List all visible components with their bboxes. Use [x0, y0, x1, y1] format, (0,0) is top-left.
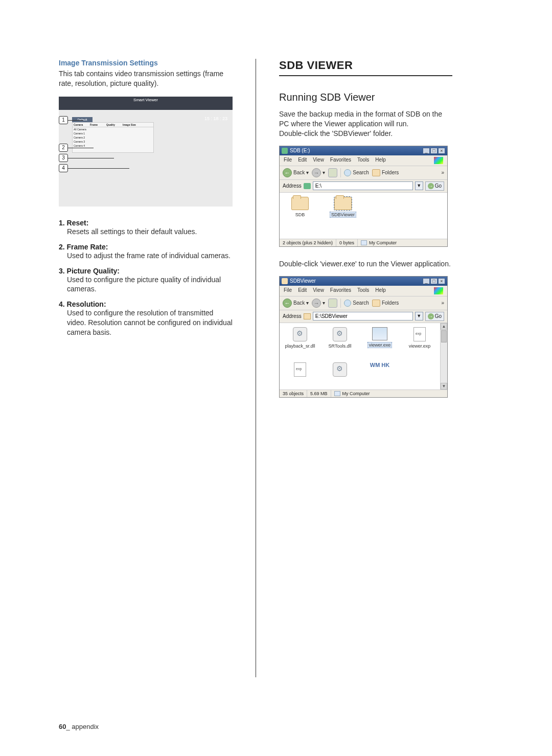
page-footer: 60_ appendix	[59, 723, 99, 730]
folder-sdb[interactable]: SDB	[285, 197, 315, 217]
folder-icon	[291, 197, 309, 210]
paragraph-doubleclick-exe: Double-click 'viewer.exe' to run the Vie…	[279, 259, 452, 269]
minimize-button[interactable]: _	[423, 148, 430, 154]
menu-edit[interactable]: Edit	[298, 287, 307, 294]
drive-icon-small	[304, 183, 311, 189]
file-wmhk[interactable]: WM HK	[364, 362, 395, 368]
file-label: SRTools.dll	[329, 343, 352, 349]
folder-icon	[282, 278, 288, 284]
col-quality: Quality	[106, 123, 122, 126]
callout-3: 3	[59, 154, 68, 162]
menu-tools[interactable]: Tools	[357, 287, 369, 294]
menu-tools[interactable]: Tools	[357, 157, 369, 164]
item-framerate-body: Used to adjust the frame rate of individ…	[59, 251, 233, 261]
heading-running-sdb-viewer: Running SDB Viewer	[279, 91, 452, 103]
maximize-button[interactable]: □	[430, 148, 438, 154]
address-dropdown[interactable]: ▼	[415, 312, 423, 320]
col-frame: Frame	[90, 123, 105, 126]
heading-sdb-viewer: SDB VIEWER	[279, 59, 452, 72]
footer-label: _ appendix	[66, 723, 99, 730]
file-viewer-exp[interactable]: viewer.exp	[404, 327, 435, 349]
status-objects: 35 objects	[280, 390, 307, 397]
file-srtools-dll[interactable]: SRTools.dll	[325, 327, 355, 349]
file-label: viewer.exp	[409, 343, 431, 349]
address-input[interactable]	[313, 312, 413, 320]
back-button[interactable]: ←Back ▾	[283, 168, 309, 177]
paragraph-save-backup: Save the backup media in the format of S…	[279, 109, 452, 129]
scroll-up-icon[interactable]: ▲	[441, 323, 447, 330]
smartviewer-grid: Camera Frame Quality Image Size All Came…	[72, 122, 154, 153]
status-size: 0 bytes	[336, 239, 358, 246]
toolbar-overflow-icon[interactable]: »	[441, 170, 444, 175]
exp-icon	[413, 327, 426, 341]
callout-2: 2	[59, 144, 68, 152]
forward-button[interactable]: → ▾	[312, 299, 325, 308]
file-row2-b[interactable]	[325, 362, 355, 379]
status-location: My Computer	[358, 239, 447, 246]
heading-underline	[279, 75, 452, 76]
menu-help[interactable]: Help	[375, 287, 386, 294]
folder-sdbviewer[interactable]: SDBViewer	[328, 197, 358, 217]
figure-smart-viewer: Smart Viewer 15 : 18 : 23 Default Camera…	[59, 97, 233, 207]
folder-icon-small	[304, 313, 311, 319]
row-cam1: Camera 1	[74, 132, 89, 135]
item-picturequality-body: Used to configure the picture quality of…	[59, 275, 233, 294]
up-button[interactable]	[328, 299, 337, 308]
vertical-scrollbar[interactable]: ▲ ▼	[440, 323, 447, 390]
address-dropdown[interactable]: ▼	[415, 181, 423, 190]
row-cam4: Camera 4	[74, 144, 89, 147]
exp-icon	[294, 362, 306, 377]
scroll-thumb[interactable]	[441, 330, 447, 342]
folders-button[interactable]: Folders	[372, 169, 399, 176]
menu-favorites[interactable]: Favorites	[330, 157, 351, 164]
window-title-2: SDBViewer	[290, 278, 316, 284]
menu-view[interactable]: View	[313, 157, 324, 164]
intro-text: This tab contains video transmission set…	[59, 69, 233, 88]
default-chip: Default	[72, 117, 93, 122]
wmhk-icon: WM HK	[370, 362, 390, 368]
back-button[interactable]: ←Back ▾	[283, 299, 309, 308]
menu-file[interactable]: File	[284, 287, 292, 294]
up-button[interactable]	[328, 168, 337, 177]
folder-sdb-label: SDB	[295, 212, 305, 217]
folder-sdbviewer-label: SDBViewer	[330, 212, 356, 217]
go-button[interactable]: →Go	[425, 181, 444, 191]
exe-icon	[372, 327, 387, 340]
menu-favorites[interactable]: Favorites	[330, 287, 351, 294]
row-cam2: Camera 2	[74, 136, 89, 139]
folders-button[interactable]: Folders	[372, 300, 399, 307]
address-input[interactable]	[313, 181, 413, 190]
search-button[interactable]: Search	[344, 169, 369, 176]
row-allcamera: All Camera	[74, 128, 89, 131]
dll-icon	[333, 362, 347, 377]
file-label: viewer.exe	[368, 342, 392, 348]
file-viewer-exe[interactable]: viewer.exe	[364, 327, 395, 348]
address-label: Address	[283, 183, 302, 189]
toolbar-overflow-icon[interactable]: »	[441, 300, 444, 306]
forward-button[interactable]: → ▾	[312, 168, 325, 177]
menu-help[interactable]: Help	[375, 157, 386, 164]
dll-icon	[293, 327, 307, 341]
explorer-window-sdb-drive: SDB (E:) _ □ × File Edit View Favorites …	[279, 146, 448, 247]
maximize-button[interactable]: □	[430, 278, 438, 284]
close-button[interactable]: ×	[438, 148, 445, 154]
address-label: Address	[283, 313, 302, 319]
page-number: 60	[59, 723, 66, 730]
file-row2-a[interactable]	[285, 362, 315, 379]
search-button[interactable]: Search	[344, 300, 369, 307]
menu-edit[interactable]: Edit	[298, 157, 307, 164]
menu-file[interactable]: File	[284, 157, 292, 164]
minimize-button[interactable]: _	[423, 278, 430, 284]
item-framerate-head: 2. Frame Rate:	[59, 243, 233, 251]
smartviewer-clock: 15 : 18 : 23	[204, 116, 227, 121]
window-title-1: SDB (E:)	[290, 148, 310, 153]
windows-flag-icon	[434, 287, 443, 294]
menu-view[interactable]: View	[313, 287, 324, 294]
my-computer-icon	[361, 240, 367, 245]
scroll-down-icon[interactable]: ▼	[441, 383, 447, 390]
go-button[interactable]: →Go	[425, 312, 444, 321]
col-imagesize: Image Size	[123, 123, 138, 126]
file-playback-sr-dll[interactable]: playback_sr.dll	[285, 327, 315, 349]
my-computer-icon	[334, 391, 340, 396]
close-button[interactable]: ×	[438, 278, 445, 284]
